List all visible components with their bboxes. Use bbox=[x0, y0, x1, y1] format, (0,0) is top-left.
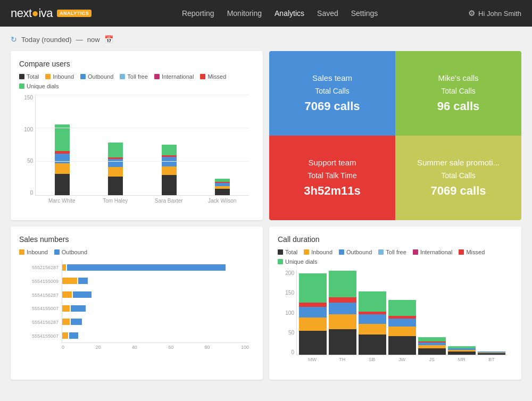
y-axis: 150100500 bbox=[19, 95, 35, 196]
kpi-tile[interactable]: Support team Total Talk Time 3h52m11s bbox=[269, 136, 395, 220]
kpi-metric: Total Calls bbox=[315, 87, 350, 95]
x-label: SB bbox=[358, 357, 386, 362]
gear-icon: ⚙ bbox=[468, 9, 475, 18]
call-dur-segment bbox=[299, 303, 327, 307]
bar-segment bbox=[108, 167, 123, 177]
hbar-outbound bbox=[67, 264, 226, 271]
hbar-outbound bbox=[69, 332, 79, 339]
compare-users-legend: TotalInboundOutboundToll freeInternation… bbox=[19, 73, 254, 89]
y-label: 50 bbox=[288, 330, 294, 336]
call-dur-segment bbox=[299, 273, 327, 303]
hbar-y-label: 5554155007 bbox=[19, 303, 62, 314]
bottom-row: Sales numbers InboundOutbound 5552156287… bbox=[11, 227, 521, 380]
bars-wrapper bbox=[35, 95, 249, 196]
stacked-bar bbox=[162, 145, 177, 195]
kpi-tile[interactable]: Mike's calls Total Calls 96 calls bbox=[395, 51, 521, 136]
calendar-icon[interactable]: 📅 bbox=[104, 35, 113, 44]
date-bar: ↻ Today (rounded) — now 📅 bbox=[11, 35, 521, 44]
legend-item: Outbound bbox=[339, 249, 372, 255]
user-name: Hi John Smith bbox=[478, 10, 521, 18]
x-label: 60 bbox=[168, 345, 173, 350]
hbar-row bbox=[62, 331, 249, 340]
hbar-inbound bbox=[62, 305, 70, 312]
header: next●iva analytics Reporting Monitoring … bbox=[0, 0, 532, 27]
hbar-inbound bbox=[62, 264, 66, 271]
legend-item: Missed bbox=[459, 249, 485, 255]
x-label: 20 bbox=[95, 345, 101, 350]
call-dur-segment bbox=[478, 353, 505, 355]
bar-group bbox=[201, 179, 244, 195]
stacked-bar bbox=[108, 143, 123, 195]
logo-area: next●iva analytics bbox=[11, 6, 92, 20]
call-dur-segment bbox=[329, 271, 356, 297]
bar-segment bbox=[108, 143, 123, 157]
call-dur-segment bbox=[359, 291, 386, 312]
legend-item: Unique dials bbox=[278, 258, 318, 265]
x-label: Jack Wilson bbox=[201, 198, 244, 207]
kpi-value: 7069 calls bbox=[431, 184, 486, 198]
call-duration-title: Call duration bbox=[278, 235, 513, 244]
hbar-row bbox=[62, 276, 249, 286]
stacked-bar bbox=[215, 179, 230, 195]
x-label: MR bbox=[448, 357, 476, 362]
x-label: 0 bbox=[62, 345, 64, 350]
x-label: TH bbox=[328, 357, 356, 362]
call-dur-bar-group bbox=[299, 273, 327, 355]
call-dur-bar-group bbox=[478, 352, 505, 355]
hbar-inbound bbox=[62, 319, 70, 325]
bar-segment bbox=[55, 124, 70, 151]
call-dur-chart: 200150100500 MWTHSBJWJSMRBT bbox=[278, 270, 513, 371]
nav-saved[interactable]: Saved bbox=[317, 9, 338, 18]
call-dur-segment bbox=[329, 314, 356, 329]
hbar-y-labels: 5552156287555415500955541562875554155007… bbox=[19, 261, 62, 343]
x-label: JW bbox=[388, 357, 415, 362]
y-label: 0 bbox=[291, 349, 294, 355]
kpi-tile[interactable]: Sales team Total Calls 7069 calls bbox=[269, 51, 395, 136]
hbar-row bbox=[62, 304, 249, 313]
hbar-outbound bbox=[73, 291, 92, 298]
call-dur-segment bbox=[418, 337, 446, 341]
kpi-title: Support team bbox=[308, 158, 356, 167]
date-label: Today (rounded) bbox=[21, 36, 72, 44]
call-dur-segment bbox=[359, 335, 386, 355]
y-label: 100 bbox=[24, 127, 33, 132]
x-label: Sara Baxter bbox=[147, 198, 190, 207]
kpi-tile[interactable]: Summer sale promoti... Total Calls 7069 … bbox=[395, 136, 521, 220]
hbar-rows bbox=[62, 261, 249, 343]
refresh-icon[interactable]: ↻ bbox=[11, 35, 17, 44]
hbar-y-label: 5554156287 bbox=[19, 317, 62, 328]
y-label: 150 bbox=[24, 95, 33, 101]
call-dur-bars bbox=[296, 270, 508, 355]
date-time: now bbox=[87, 36, 100, 44]
legend-item: International bbox=[413, 249, 453, 255]
bar-segment bbox=[55, 174, 70, 195]
kpi-value: 3h52m11s bbox=[304, 184, 360, 198]
compare-users-card: Compare users TotalInboundOutboundToll f… bbox=[11, 51, 263, 220]
call-dur-segment bbox=[299, 318, 327, 331]
legend-item: Outbound bbox=[80, 73, 113, 80]
call-dur-segment bbox=[388, 319, 416, 327]
kpi-metric: Total Calls bbox=[441, 171, 476, 180]
nav-reporting[interactable]: Reporting bbox=[182, 9, 214, 18]
kpi-metric: Total Talk Time bbox=[307, 171, 356, 180]
date-separator: — bbox=[76, 36, 83, 44]
call-dur-area: MWTHSBJWJSMRBT bbox=[296, 270, 508, 355]
sales-numbers-card: Sales numbers InboundOutbound 5552156287… bbox=[11, 227, 263, 380]
y-label: 200 bbox=[285, 270, 294, 276]
logo-text: next●iva bbox=[11, 6, 53, 20]
nav-monitoring[interactable]: Monitoring bbox=[227, 9, 262, 18]
call-duration-card: Call duration TotalInboundOutboundToll f… bbox=[269, 227, 521, 380]
bar-segment bbox=[55, 163, 70, 174]
hbar-inbound bbox=[62, 332, 68, 339]
bar-segment bbox=[108, 177, 123, 195]
call-dur-segment bbox=[299, 331, 327, 355]
nav-analytics[interactable]: Analytics bbox=[275, 9, 304, 18]
kpi-grid: Sales team Total Calls 7069 calls Mike's… bbox=[269, 51, 521, 220]
x-label: MW bbox=[298, 357, 326, 362]
hbar-y-label: 5554155009 bbox=[19, 276, 62, 287]
nav-settings[interactable]: Settings bbox=[351, 9, 378, 18]
hbar-area: 020406080100 bbox=[62, 261, 249, 343]
legend-item: Toll free bbox=[378, 249, 406, 255]
bar-group bbox=[148, 145, 190, 195]
x-label: 100 bbox=[241, 345, 249, 350]
